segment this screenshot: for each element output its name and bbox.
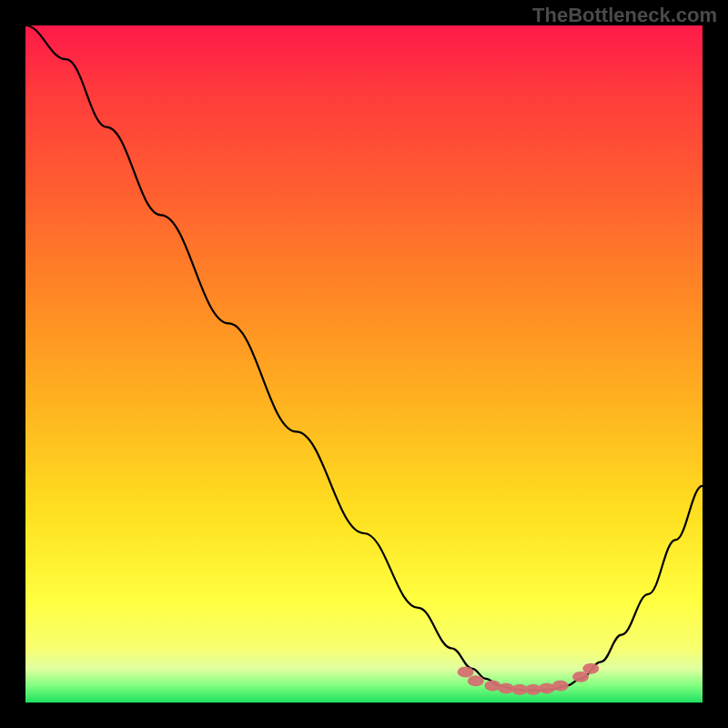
watermark-text: TheBottleneck.com: [532, 4, 717, 27]
chart-background-gradient: [25, 25, 703, 703]
